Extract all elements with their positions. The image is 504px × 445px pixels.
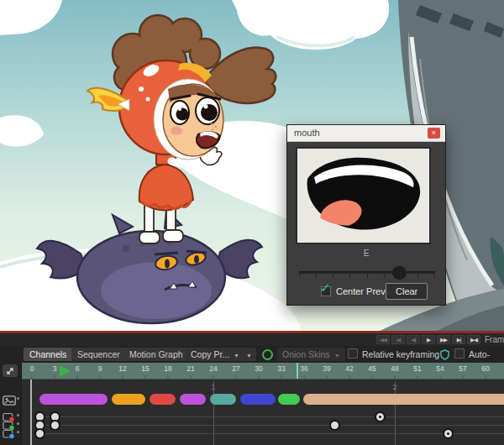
transport-button[interactable]: ▶◀ (467, 335, 480, 344)
ruler-tick (417, 375, 418, 379)
auto-freeze-checkbox[interactable] (454, 348, 465, 359)
timeline-toolbar: Channels Sequencer Motion Graph Copy Pr.… (0, 346, 504, 363)
ruler-label: 54 (436, 364, 444, 373)
transport-button[interactable]: ◀◀ (376, 335, 390, 344)
ruler-label: 48 (391, 364, 398, 373)
ruler-label: 0 (30, 364, 34, 373)
extra-dropdown[interactable]: ▼ (242, 348, 256, 361)
timeline-bar[interactable] (210, 394, 236, 405)
slider-tick (367, 272, 368, 278)
ruler-label: 15 (141, 364, 149, 373)
timeline-bar[interactable] (180, 394, 207, 405)
ruler-label: 3 (53, 364, 57, 373)
mouth-artwork (297, 149, 429, 243)
ruler-tick (395, 375, 396, 379)
timeline-bar[interactable] (112, 394, 146, 405)
ruler-tick (372, 375, 373, 379)
ruler-tick (281, 375, 282, 379)
shield-icon (440, 349, 449, 363)
expand-icon (5, 366, 15, 376)
panel-title: mouth (294, 128, 320, 138)
timeline-bar[interactable] (39, 394, 108, 405)
ruler-label: 57 (459, 364, 466, 373)
copy-dropdown[interactable]: Copy Pr...▼ (186, 348, 244, 361)
ruler-tick (145, 375, 146, 379)
ruler-tick (55, 375, 55, 379)
slider-tick (333, 272, 333, 278)
transport-button[interactable]: ▶| (452, 335, 465, 344)
range-marker (297, 363, 298, 379)
ruler-label: 36 (300, 364, 307, 373)
playhead-triangle[interactable] (60, 365, 71, 377)
onion-skin-button[interactable] (262, 348, 273, 361)
ruler-tick (77, 375, 78, 379)
checkmark-icon: ✓ (320, 280, 331, 296)
keyframe-ring[interactable] (443, 428, 454, 439)
ruler-label: 30 (255, 364, 262, 373)
ruler-tick (486, 375, 486, 379)
ruler-tick (259, 375, 260, 379)
tab-sequencer[interactable]: Sequencer (71, 348, 126, 361)
tab-motion-graph[interactable]: Motion Graph (123, 348, 189, 361)
transport-button[interactable]: ▶ (422, 335, 435, 344)
playback-controls: ◀◀|◀◀|▶▶▶▶|▶◀ (376, 335, 480, 344)
ruler-label: 60 (481, 364, 489, 373)
chevron-down-icon: ▼ (334, 353, 340, 359)
keyframe-solid[interactable] (50, 420, 60, 431)
ruler-tick (440, 375, 441, 379)
ruler-tick (327, 375, 328, 379)
ruler-tick (304, 375, 305, 379)
mouth-preview-area (296, 147, 431, 244)
ruler-tick (349, 375, 350, 379)
expand-timeline-button[interactable] (3, 364, 18, 377)
timeline-bar[interactable] (240, 394, 275, 405)
timeline-bar[interactable] (303, 394, 504, 405)
relative-keyframing-checkbox[interactable] (348, 348, 358, 359)
phoneme-label: E (287, 249, 445, 258)
ruler-label: 24 (209, 364, 217, 373)
onion-skins-dropdown[interactable]: Onion Skins▼ (277, 348, 345, 361)
keyframe-solid[interactable] (34, 428, 45, 439)
panel-title-bar[interactable]: mouth × (287, 125, 445, 142)
keyframe-ring[interactable] (375, 411, 386, 422)
keyframe-solid[interactable] (329, 420, 340, 431)
auto-freeze-option: Auto-freeze keys (454, 348, 504, 361)
frame-ruler[interactable]: 03691215182124273033363942454851545760 (22, 363, 504, 380)
slider-tick (316, 272, 317, 278)
ruler-tick (32, 375, 33, 379)
slider-tick (384, 272, 385, 278)
onion-skin-icon (262, 349, 273, 360)
ruler-label: 18 (164, 364, 171, 373)
current-frame-cursor[interactable] (30, 380, 32, 445)
slider-tick (349, 272, 350, 278)
channel-row-line (39, 425, 504, 426)
channel-row-line (39, 416, 504, 417)
relative-keyframing-option: Relative keyframing (348, 348, 439, 361)
timeline-bar[interactable] (278, 394, 299, 405)
chevron-down-icon: ▼ (234, 353, 239, 359)
transport-button[interactable]: ◀| (407, 335, 420, 344)
ruler-tick (168, 375, 169, 379)
second-marker-line (395, 381, 396, 445)
ruler-tick (213, 375, 214, 379)
channel-row-line (39, 433, 504, 434)
ruler-label: 21 (186, 364, 194, 373)
ruler-label: 27 (232, 364, 239, 373)
clear-button[interactable]: Clear (386, 283, 428, 300)
transport-button[interactable]: ▶▶ (437, 335, 450, 344)
timeline-tracks[interactable]: 12 (0, 380, 504, 445)
close-icon[interactable]: × (428, 128, 440, 139)
center-preview-checkbox[interactable]: ✓ (321, 286, 331, 296)
timeline-bar[interactable] (150, 394, 176, 405)
ruler-label: 39 (323, 364, 330, 373)
phoneme-slider-track[interactable] (299, 271, 435, 274)
mouth-preview-panel: mouth × E ✓ Center Preview Clear (286, 124, 446, 306)
transport-button[interactable]: |◀ (391, 335, 405, 344)
timeline-panel: 03691215182124273033363942454851545760 1… (0, 363, 504, 445)
ruler-label: 6 (76, 364, 80, 373)
ruler-tick (236, 375, 237, 379)
transport-bar: ◀◀|◀◀|▶▶▶▶|▶◀ Frame (0, 333, 504, 346)
ruler-label: 12 (118, 364, 126, 373)
tab-channels[interactable]: Channels (24, 348, 72, 361)
frame-counter-label: Frame (485, 335, 504, 344)
